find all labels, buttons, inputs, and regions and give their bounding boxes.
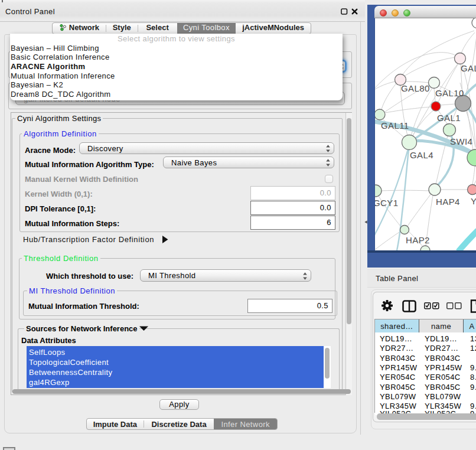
svg-text:GAL8: GAL8	[461, 63, 476, 73]
svg-text:GCY1: GCY1	[375, 198, 398, 208]
svg-text:GAL10: GAL10	[435, 88, 464, 98]
svg-text:SWI4: SWI4	[450, 136, 472, 146]
svg-text:GAL4: GAL4	[410, 150, 433, 160]
svg-text:GAL11: GAL11	[381, 120, 409, 131]
svg-text:HAP2: HAP2	[406, 235, 430, 245]
svg-text:Y: Y	[471, 196, 476, 206]
svg-text:GAL1: GAL1	[437, 113, 461, 123]
svg-text:GAL80: GAL80	[401, 83, 430, 93]
svg-text:HAP4: HAP4	[436, 197, 460, 207]
